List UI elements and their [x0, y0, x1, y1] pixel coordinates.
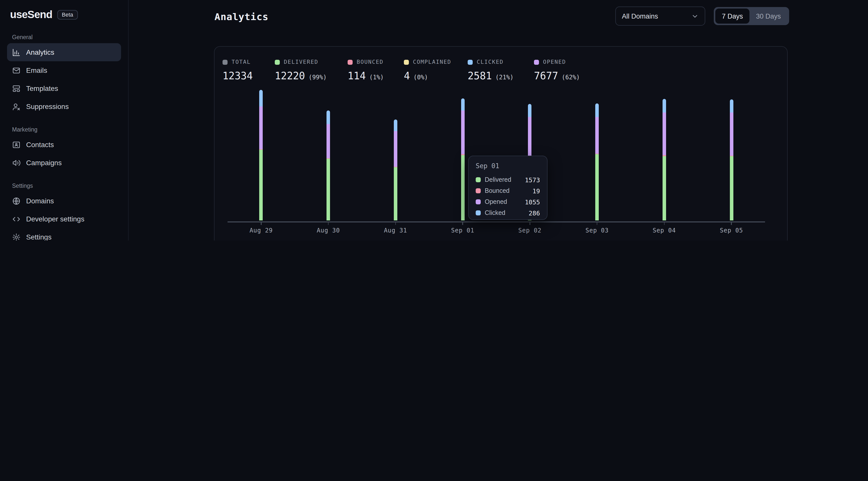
- tooltip-date: Sep 01: [476, 162, 540, 170]
- x-axis-tick: [328, 222, 329, 225]
- x-axis-tick: [664, 222, 664, 225]
- main-content: Analytics All Domains 7 Days 30 Days TOT…: [129, 0, 868, 241]
- sidebar-item-label: Settings: [26, 233, 52, 241]
- stacked-bar-sep-04[interactable]: [662, 99, 666, 220]
- sidebar-item-label: Contacts: [26, 140, 54, 149]
- x-axis-tick: [597, 222, 597, 225]
- sidebar-item-emails[interactable]: Emails: [7, 61, 121, 79]
- sidebar: useSend Beta General Analytics Emails Te…: [0, 0, 129, 241]
- contact-card-icon: [12, 140, 21, 149]
- clicked-swatch: [476, 211, 481, 215]
- brand-logo: useSend: [10, 8, 52, 21]
- sidebar-item-settings[interactable]: Settings: [7, 228, 121, 241]
- sidebar-item-developer-settings[interactable]: Developer settings: [7, 210, 121, 228]
- stacked-bar-aug-31[interactable]: [394, 120, 397, 220]
- domain-filter-select[interactable]: All Domains: [615, 6, 705, 26]
- x-axis-label: Aug 30: [306, 227, 351, 234]
- section-label-general: General: [12, 34, 121, 40]
- x-axis-label: Sep 02: [507, 227, 553, 234]
- x-axis-tick: [261, 222, 261, 225]
- sidebar-item-campaigns[interactable]: Campaigns: [7, 154, 121, 172]
- range-7-days-button[interactable]: 7 Days: [715, 8, 749, 24]
- date-range-toggle: 7 Days 30 Days: [714, 7, 789, 25]
- bounced-swatch: [476, 188, 481, 193]
- tooltip-row-clicked: Clicked 286: [476, 207, 540, 218]
- globe-icon: [12, 197, 21, 205]
- section-label-settings: Settings: [12, 183, 121, 189]
- x-axis-label: Sep 05: [709, 227, 754, 234]
- x-axis-tick: [529, 222, 530, 225]
- tooltip-row-delivered: Delivered 1573: [476, 174, 540, 185]
- brand: useSend Beta: [7, 7, 121, 22]
- stacked-bar-sep-03[interactable]: [595, 103, 599, 220]
- x-axis-label: Aug 31: [373, 227, 418, 234]
- analytics-card: TOTAL 12334 DELIVERED 12220(99%) BOUNCED…: [214, 46, 787, 241]
- gear-icon: [12, 233, 21, 241]
- sidebar-item-domains[interactable]: Domains: [7, 192, 121, 210]
- beta-badge: Beta: [57, 10, 78, 19]
- stacked-bar-sep-01[interactable]: [461, 98, 464, 220]
- opened-swatch: [476, 199, 481, 204]
- x-axis-label: Sep 01: [440, 227, 485, 234]
- sidebar-item-suppressions[interactable]: Suppressions: [7, 97, 121, 116]
- chevron-down-icon: [691, 12, 699, 20]
- stacked-bar-sep-05[interactable]: [730, 99, 733, 220]
- sidebar-item-label: Developer settings: [26, 215, 84, 223]
- stacked-bar-aug-29[interactable]: [259, 90, 263, 220]
- user-x-icon: [12, 102, 21, 111]
- template-icon: [12, 84, 21, 93]
- sidebar-item-label: Suppressions: [26, 102, 69, 110]
- delivered-swatch: [476, 177, 481, 182]
- x-axis-label: Sep 04: [642, 227, 687, 234]
- sidebar-item-label: Analytics: [26, 48, 54, 56]
- x-axis-label: Aug 29: [239, 227, 284, 234]
- domain-filter-value: All Domains: [622, 12, 658, 20]
- x-axis-line: [227, 221, 765, 222]
- tooltip-row-bounced: Bounced 19: [476, 185, 540, 196]
- sidebar-item-label: Emails: [26, 66, 47, 74]
- sidebar-item-label: Domains: [26, 197, 54, 205]
- section-label-marketing: Marketing: [12, 127, 121, 133]
- x-axis-tick: [395, 222, 396, 225]
- megaphone-icon: [12, 158, 21, 167]
- stacked-bar-aug-30[interactable]: [327, 110, 330, 220]
- page-title: Analytics: [215, 11, 269, 22]
- x-axis-tick: [731, 222, 732, 225]
- usesend-app: useSend Beta General Analytics Emails Te…: [0, 0, 868, 241]
- range-30-days-button[interactable]: 30 Days: [749, 8, 787, 24]
- mail-icon: [12, 66, 21, 74]
- tooltip-row-opened: Opened 1055: [476, 196, 540, 207]
- sidebar-item-contacts[interactable]: Contacts: [7, 135, 121, 154]
- x-axis-tick: [462, 222, 463, 225]
- x-axis-label: Sep 03: [575, 227, 620, 234]
- sidebar-item-label: Campaigns: [26, 159, 62, 167]
- code-icon: [12, 215, 21, 223]
- sidebar-item-templates[interactable]: Templates: [7, 79, 121, 97]
- bar-chart-icon: [12, 48, 21, 57]
- chart-tooltip: Sep 01 Delivered 1573 Bounced 19 Opened …: [468, 156, 548, 220]
- sidebar-item-label: Templates: [26, 84, 58, 92]
- sidebar-item-analytics[interactable]: Analytics: [7, 43, 121, 61]
